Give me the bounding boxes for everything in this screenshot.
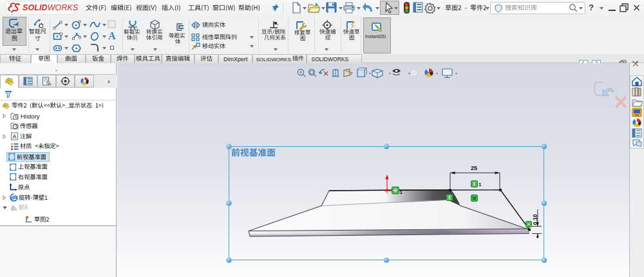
svg-text:0.10: 0.10 bbox=[532, 214, 538, 225]
svg-text:1: 1 bbox=[400, 189, 403, 195]
svg-text:1: 1 bbox=[478, 182, 482, 187]
svg-text:25: 25 bbox=[471, 165, 477, 171]
